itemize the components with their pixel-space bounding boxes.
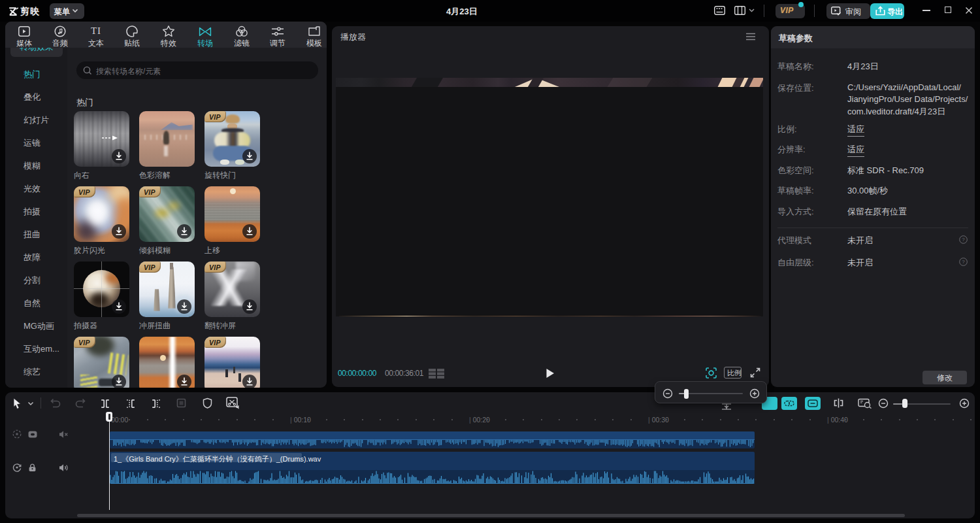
svg-text:?: ? [962, 237, 965, 243]
svg-text:?: ? [962, 259, 965, 265]
